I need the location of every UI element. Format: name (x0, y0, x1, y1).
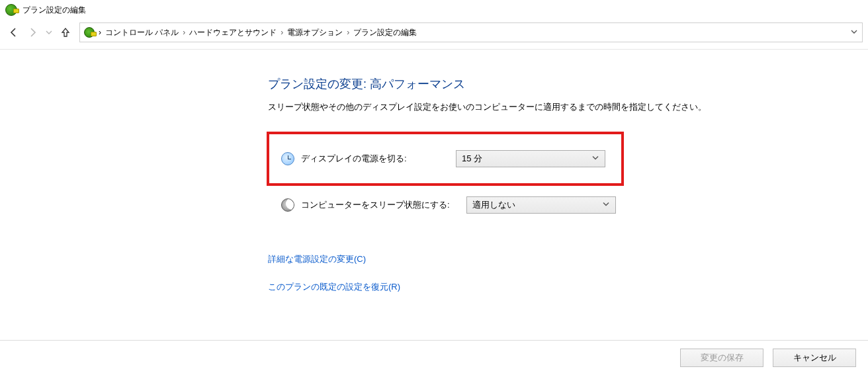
breadcrumb-item[interactable]: ハードウェアとサウンド (189, 27, 277, 38)
power-plan-icon (5, 4, 17, 16)
up-button[interactable] (60, 26, 71, 38)
save-button[interactable]: 変更の保存 (680, 349, 763, 367)
nav-arrows (5, 26, 74, 38)
breadcrumb: コントロール パネル› ハードウェアとサウンド› 電源オプション› プラン設定の… (105, 27, 417, 38)
restore-defaults-link[interactable]: このプランの既定の設定を復元(R) (268, 281, 868, 293)
sleep-select[interactable]: 適用しない (466, 196, 616, 214)
advanced-settings-link[interactable]: 詳細な電源設定の変更(C) (268, 253, 868, 265)
address-bar[interactable]: › コントロール パネル› ハードウェアとサウンド› 電源オプション› プラン設… (79, 22, 863, 42)
chevron-down-icon (591, 154, 599, 164)
highlighted-setting: ディスプレイの電源を切る: 15 分 (267, 132, 624, 186)
breadcrumb-item[interactable]: プラン設定の編集 (353, 27, 417, 38)
content-area: プラン設定の変更: 高パフォーマンス スリープ状態やその他のディスプレイ設定をお… (0, 50, 868, 293)
chevron-right-icon: › (347, 28, 349, 37)
display-timeout-icon (281, 152, 294, 165)
forward-button[interactable] (26, 26, 38, 38)
power-plan-icon (84, 27, 95, 38)
chevron-right-icon: › (183, 28, 185, 37)
address-expand-button[interactable] (850, 28, 858, 38)
page-subtext: スリープ状態やその他のディスプレイ設定をお使いのコンピューターに適用するまでの時… (268, 101, 868, 113)
chevron-right-icon: › (281, 28, 283, 37)
chevron-right-icon: › (99, 28, 101, 37)
sleep-value: 適用しない (472, 199, 515, 211)
display-off-select[interactable]: 15 分 (456, 150, 605, 167)
display-off-label-text: ディスプレイの電源を切る: (301, 153, 407, 165)
links-area: 詳細な電源設定の変更(C) このプランの既定の設定を復元(R) (268, 253, 868, 293)
page-heading: プラン設定の変更: 高パフォーマンス (268, 76, 868, 92)
back-button[interactable] (8, 26, 20, 38)
window-title: プラン設定の編集 (22, 5, 86, 16)
sleep-icon (281, 198, 294, 212)
sleep-label: コンピューターをスリープ状態にする: (281, 198, 458, 212)
sleep-label-text: コンピューターをスリープ状態にする: (301, 199, 450, 211)
breadcrumb-item[interactable]: コントロール パネル (105, 27, 179, 38)
display-off-row: ディスプレイの電源を切る: 15 分 (281, 150, 621, 167)
display-off-value: 15 分 (462, 153, 482, 165)
breadcrumb-item[interactable]: 電源オプション (287, 27, 343, 38)
chevron-down-icon (602, 200, 610, 210)
recent-locations-button[interactable] (45, 28, 53, 36)
sleep-row: コンピューターをスリープ状態にする: 適用しない (281, 196, 868, 214)
nav-row: › コントロール パネル› ハードウェアとサウンド› 電源オプション› プラン設… (0, 20, 868, 50)
footer: 変更の保存 キャンセル (0, 340, 868, 375)
display-off-label: ディスプレイの電源を切る: (281, 152, 448, 165)
titlebar: プラン設定の編集 (0, 0, 868, 20)
cancel-button[interactable]: キャンセル (773, 349, 856, 367)
